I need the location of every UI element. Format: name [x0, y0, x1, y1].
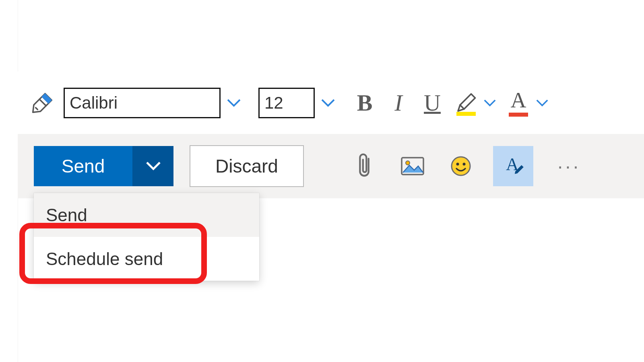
clear-formatting-icon[interactable] — [31, 91, 54, 115]
send-button[interactable]: Send — [34, 146, 132, 186]
svg-point-2 — [452, 157, 470, 175]
highlight-color-dropdown-icon[interactable] — [483, 96, 497, 110]
highlight-swatch — [456, 112, 476, 116]
font-color-swatch — [509, 113, 528, 117]
font-size-input[interactable] — [258, 88, 315, 118]
bold-button[interactable]: B — [353, 87, 377, 119]
attach-file-icon[interactable] — [348, 150, 380, 182]
send-menu-item-send[interactable]: Send — [34, 193, 259, 237]
discard-button[interactable]: Discard — [190, 145, 304, 187]
svg-point-1 — [406, 161, 410, 165]
svg-point-4 — [463, 163, 466, 166]
underline-button[interactable]: U — [420, 87, 444, 119]
font-family-dropdown-icon[interactable] — [227, 96, 241, 110]
left-pane-edge — [0, 0, 18, 362]
send-options-menu: Send Schedule send — [34, 193, 259, 281]
svg-point-3 — [456, 163, 459, 166]
font-color-dropdown-icon[interactable] — [535, 96, 549, 110]
insert-picture-icon[interactable] — [396, 150, 429, 182]
send-more-options-button[interactable] — [132, 146, 173, 186]
italic-button[interactable]: I — [386, 87, 411, 119]
font-color-glyph: A — [506, 88, 530, 113]
send-menu-item-schedule-send[interactable]: Schedule send — [34, 237, 259, 281]
message-action-bar: Send Discard A ·· — [18, 134, 644, 198]
font-color-button[interactable]: A — [506, 90, 549, 116]
toggle-format-toolbar-button[interactable]: A — [493, 146, 533, 186]
send-split-button: Send — [34, 146, 173, 186]
font-family-input[interactable] — [64, 88, 221, 118]
insert-emoji-icon[interactable] — [445, 150, 477, 182]
formatting-toolbar: B I U A — [18, 72, 644, 134]
font-size-dropdown-icon[interactable] — [321, 96, 335, 110]
more-actions-button[interactable]: ··· — [549, 155, 581, 177]
highlight-color-button[interactable] — [454, 91, 497, 115]
